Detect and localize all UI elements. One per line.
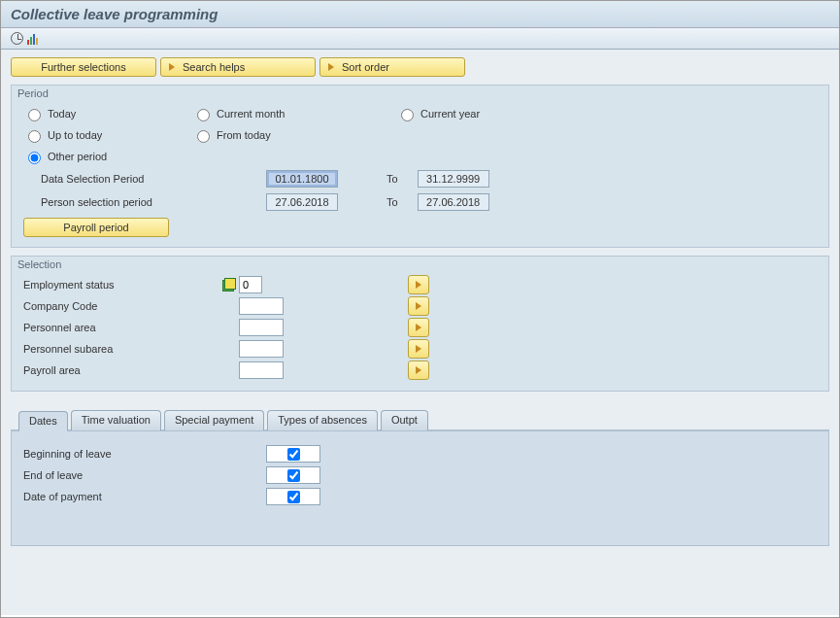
search-helps-button[interactable]: Search helps	[160, 57, 316, 77]
beginning-of-leave-field[interactable]	[266, 445, 320, 463]
data-selection-from-input[interactable]	[266, 170, 338, 188]
arrow-right-icon	[169, 63, 175, 71]
company-code-label: Company Code	[23, 300, 218, 312]
employment-status-multiselect-button[interactable]	[408, 275, 429, 294]
data-selection-to-input[interactable]	[418, 170, 489, 188]
multiple-selection-indicator-icon	[222, 278, 236, 292]
radio-from-today[interactable]: From today	[192, 127, 309, 143]
period-group: Period Today Current month Current year …	[11, 85, 829, 248]
selection-buttons-row: Further selections Search helps Sort ord…	[11, 57, 829, 77]
sort-order-label: Sort order	[342, 61, 389, 73]
arrow-right-icon	[328, 63, 334, 71]
page-title: Collective leave programming	[11, 6, 829, 22]
company-code-input[interactable]	[239, 297, 284, 315]
date-of-payment-field[interactable]	[266, 488, 320, 505]
end-of-leave-checkbox[interactable]	[287, 469, 300, 482]
app-toolbar	[1, 28, 839, 50]
radio-up-to-today[interactable]: Up to today	[23, 127, 140, 143]
personnel-area-label: Personnel area	[23, 322, 218, 333]
further-selections-button[interactable]: Further selections	[11, 57, 156, 77]
end-of-leave-label: End of leave	[23, 469, 218, 481]
employment-status-label: Employment status	[23, 279, 218, 291]
variant-icon[interactable]	[27, 33, 38, 45]
radio-other-period[interactable]: Other period	[23, 149, 140, 164]
arrow-right-icon	[416, 324, 421, 331]
personnel-area-input[interactable]	[239, 319, 284, 336]
to-label-1: To	[386, 173, 398, 185]
selection-legend: Selection	[17, 258, 61, 270]
company-code-multiselect-button[interactable]	[408, 296, 429, 316]
sort-order-button[interactable]: Sort order	[319, 57, 465, 77]
radio-today[interactable]: Today	[23, 106, 140, 121]
personnel-subarea-label: Personnel subarea	[23, 343, 218, 355]
selection-group: Selection Employment status Company Code…	[11, 256, 829, 392]
data-selection-label: Data Selection Period	[23, 173, 218, 185]
arrow-right-icon	[416, 345, 421, 353]
beginning-of-leave-label: Beginning of leave	[23, 448, 218, 460]
person-selection-to-input[interactable]	[418, 193, 489, 211]
personnel-subarea-input[interactable]	[239, 340, 284, 358]
person-selection-label: Person selection period	[23, 196, 218, 208]
tab-special-payment[interactable]: Special payment	[164, 410, 264, 430]
arrow-right-icon	[416, 366, 421, 374]
personnel-area-multiselect-button[interactable]	[408, 318, 429, 337]
search-helps-label: Search helps	[183, 61, 245, 73]
to-label-2: To	[386, 196, 398, 208]
execute-icon[interactable]	[11, 32, 23, 45]
date-of-payment-label: Date of payment	[23, 491, 218, 502]
payroll-area-label: Payroll area	[23, 364, 218, 376]
employment-status-input[interactable]	[239, 276, 262, 293]
period-legend: Period	[17, 87, 49, 99]
tab-time-valuation[interactable]: Time valuation	[71, 410, 161, 430]
date-of-payment-checkbox[interactable]	[287, 491, 300, 503]
arrow-right-icon	[416, 302, 421, 310]
radio-current-year[interactable]: Current year	[396, 106, 513, 121]
tab-pane-dates: Beginning of leave End of leave Date of …	[11, 431, 829, 546]
end-of-leave-field[interactable]	[266, 466, 320, 484]
payroll-period-button[interactable]: Payroll period	[23, 218, 169, 237]
payroll-area-multiselect-button[interactable]	[408, 360, 429, 380]
radio-current-month[interactable]: Current month	[192, 106, 309, 121]
personnel-subarea-multiselect-button[interactable]	[408, 339, 429, 359]
arrow-right-icon	[416, 281, 421, 289]
title-bar: Collective leave programming	[1, 1, 839, 28]
beginning-of-leave-checkbox[interactable]	[287, 448, 300, 461]
tabstrip: Dates Time valuation Special payment Typ…	[11, 409, 829, 431]
content-area: Further selections Search helps Sort ord…	[1, 50, 839, 615]
tab-types-of-absences[interactable]: Types of absences	[267, 410, 378, 430]
payroll-area-input[interactable]	[239, 361, 284, 379]
tab-dates[interactable]: Dates	[18, 411, 68, 431]
tab-output[interactable]: Outpt	[381, 410, 428, 430]
person-selection-from-input[interactable]	[266, 193, 338, 211]
